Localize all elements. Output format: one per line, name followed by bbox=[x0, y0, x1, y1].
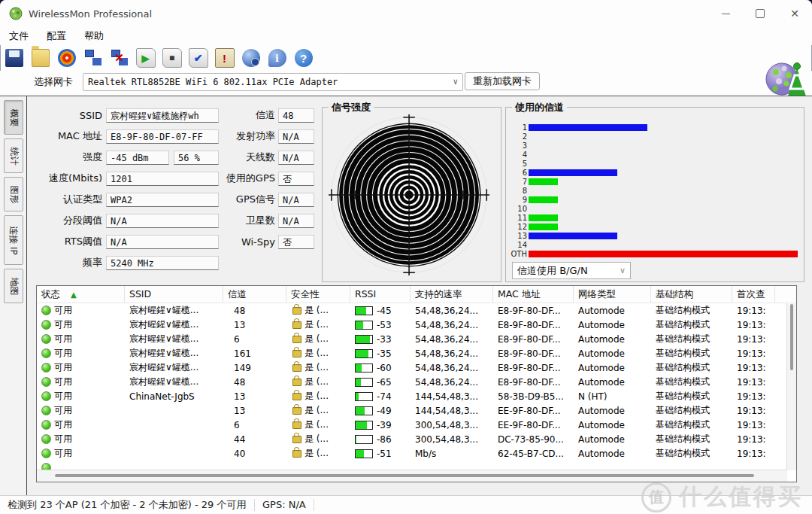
cell-channel: 13 bbox=[223, 320, 286, 330]
column-header-5[interactable]: 支持的速率 bbox=[411, 286, 493, 303]
help-button[interactable] bbox=[291, 46, 316, 70]
channel-row-OTH: OTH bbox=[506, 249, 801, 258]
channel-bar-OTH bbox=[529, 251, 798, 257]
cell-first-seen: 19:13: bbox=[732, 320, 775, 330]
column-header-8[interactable]: 基础结构 bbox=[651, 286, 732, 303]
verify-log-icon bbox=[189, 48, 208, 68]
lock-icon bbox=[292, 436, 301, 443]
verify-log-button[interactable] bbox=[186, 46, 211, 70]
cell-status: 可用 bbox=[37, 361, 125, 374]
channel-label: OTH bbox=[506, 250, 529, 258]
status-available-icon bbox=[41, 449, 51, 458]
field-value: N/A bbox=[106, 235, 219, 249]
signal-strength-radar bbox=[325, 112, 498, 278]
cell-rates: 300,54,48,3... bbox=[411, 420, 493, 430]
status-available-icon bbox=[41, 334, 51, 344]
close-icon: ✕ bbox=[790, 8, 799, 20]
table-row[interactable]: 可用宸村暒鍟∨罐榄...48是 (...-4554,48,36,24...E8-… bbox=[37, 303, 796, 318]
save-button[interactable] bbox=[2, 46, 26, 70]
start-logging-button[interactable] bbox=[133, 46, 158, 70]
target-button[interactable] bbox=[54, 46, 79, 70]
cell-channel: 44 bbox=[223, 434, 286, 445]
column-header-0[interactable]: 状态▲ bbox=[37, 286, 125, 303]
rssi-bar-fill bbox=[356, 364, 362, 372]
tab-连接 IP[interactable]: 连接 IP bbox=[4, 215, 23, 265]
field-value: -45 dBm bbox=[106, 151, 169, 165]
table-row[interactable]: 可用宸村暒鍟∨罐榄...13是 (...-5354,48,36,24...E8-… bbox=[37, 318, 796, 332]
menu-item-2[interactable]: 帮助 bbox=[75, 29, 113, 43]
website-button[interactable] bbox=[238, 46, 263, 70]
status-available-icon bbox=[41, 391, 51, 401]
channel-label: 8 bbox=[506, 187, 529, 195]
report-button[interactable] bbox=[212, 46, 237, 70]
cell-channel: 6 bbox=[223, 334, 286, 345]
horizontal-scrollbar[interactable] bbox=[37, 470, 787, 482]
cell-infrastructure: 基础结构模式 bbox=[651, 447, 732, 460]
lock-icon bbox=[292, 379, 301, 386]
maximize-button[interactable] bbox=[743, 0, 777, 27]
field-label: RTS阈值 bbox=[30, 235, 102, 248]
column-header-3[interactable]: 安全性 bbox=[286, 286, 350, 303]
tab-统计[interactable]: 统计 bbox=[4, 138, 23, 173]
field-value: 否 bbox=[278, 235, 314, 249]
table-row[interactable]: 可用44是 (...-86300,54,48,3...DC-73-85-90..… bbox=[37, 432, 796, 446]
cell-rssi: -49 bbox=[350, 406, 411, 416]
column-header-9[interactable]: 首次查 bbox=[732, 286, 775, 303]
disconnect-network-icon bbox=[111, 49, 129, 67]
field-row-r3: 使用的GPS否 bbox=[223, 170, 317, 187]
cell-rates: 54,48,36,24... bbox=[411, 334, 493, 345]
cell-channel: 48 bbox=[223, 306, 286, 316]
channel-row-4: 4 bbox=[506, 150, 801, 159]
open-icon bbox=[32, 49, 50, 67]
tab-地图[interactable]: 地图 bbox=[4, 269, 23, 303]
table-row[interactable]: 可用40是 (...-51Mb/s62-45-B7-CD...Automode基… bbox=[37, 446, 796, 461]
channel-usage-select[interactable]: 信道使用 B/G/N ∨ bbox=[512, 262, 631, 279]
rssi-bar bbox=[355, 449, 373, 458]
cell-mac: E8-9F-80-DF... bbox=[493, 348, 574, 359]
main-panel: 概要统计图形连接 IP地图 SSID宸村暒鍟∨罐榄施桴whMAC 地址E8-9F… bbox=[0, 96, 812, 497]
column-header-2[interactable]: 信道 bbox=[223, 286, 286, 303]
field-value: 5240 MHz bbox=[106, 256, 219, 270]
minimize-icon bbox=[722, 14, 730, 14]
rssi-bar-fill bbox=[356, 407, 365, 415]
channel-row-7: 7 bbox=[506, 177, 801, 186]
column-header-1[interactable]: SSID bbox=[125, 286, 223, 303]
field-value: 宸村暒鍟∨罐榄施桴wh bbox=[106, 108, 219, 123]
vertical-scrollbar[interactable] bbox=[786, 303, 796, 470]
minimize-button[interactable] bbox=[708, 0, 743, 27]
reload-adapter-button[interactable]: 重新加载网卡 bbox=[465, 72, 540, 90]
tab-概要[interactable]: 概要 bbox=[4, 100, 23, 135]
table-row[interactable]: 可用宸村暒鍟∨罐榄...48是 (...-6554,48,36,24...E8-… bbox=[37, 375, 796, 389]
column-header-4[interactable]: RSSI bbox=[350, 286, 411, 303]
sidebar-tabs: 概要统计图形连接 IP地图 bbox=[0, 96, 27, 496]
cell-security: 是 (... bbox=[286, 318, 350, 331]
vertical-scrollbar-thumb[interactable] bbox=[790, 304, 793, 370]
close-button[interactable]: ✕ bbox=[777, 0, 812, 27]
table-row[interactable]: 可用13是 (...-49144,54,48,3...EE-9F-80-DF..… bbox=[37, 403, 796, 418]
table-row[interactable]: 可用ChinaNet-JgbS13是 (...-74144,54,48,3...… bbox=[37, 389, 796, 403]
field-label: 速度(Mbits) bbox=[30, 172, 102, 185]
tab-图形[interactable]: 图形 bbox=[4, 177, 23, 211]
rssi-bar bbox=[355, 435, 373, 444]
table-row[interactable]: 可用宸村暒鍟∨罐榄...161是 (...-3554,48,36,24...E8… bbox=[37, 346, 796, 360]
stop-logging-button[interactable] bbox=[159, 46, 184, 70]
table-row[interactable]: 可用6是 (...-39300,54,48,3...EE-9F-80-DF...… bbox=[37, 418, 796, 432]
column-header-7[interactable]: 网络类型 bbox=[574, 286, 651, 303]
cell-ssid: 宸村暒鍟∨罐榄... bbox=[125, 333, 223, 345]
support-chat-button[interactable] bbox=[265, 46, 289, 70]
cell-network-type: Automode bbox=[574, 348, 651, 359]
adapter-select[interactable]: Realtek RTL8852BE WiFi 6 802.11ax PCIe A… bbox=[83, 73, 463, 91]
open-button[interactable] bbox=[28, 46, 53, 70]
title-bar: WirelessMon Professional ✕ bbox=[0, 0, 812, 27]
cell-first-seen: 19:13: bbox=[732, 406, 775, 416]
table-row[interactable]: 可用宸村暒鍟∨罐榄...149是 (...-6054,48,36,24...E8… bbox=[37, 360, 796, 375]
column-header-6[interactable]: MAC 地址 bbox=[493, 286, 574, 303]
menu-item-0[interactable]: 文件 bbox=[0, 29, 38, 43]
channel-row-13: 13 bbox=[506, 231, 801, 240]
channel-label: 14 bbox=[506, 241, 529, 249]
horizontal-scrollbar-thumb[interactable] bbox=[55, 474, 754, 477]
table-row[interactable]: 可用宸村暒鍟∨罐榄...6是 (...-3354,48,36,24...E8-9… bbox=[37, 332, 796, 346]
disconnect-network-button[interactable] bbox=[107, 46, 132, 70]
menu-item-1[interactable]: 配置 bbox=[38, 29, 75, 43]
connect-network-button[interactable] bbox=[80, 46, 105, 70]
